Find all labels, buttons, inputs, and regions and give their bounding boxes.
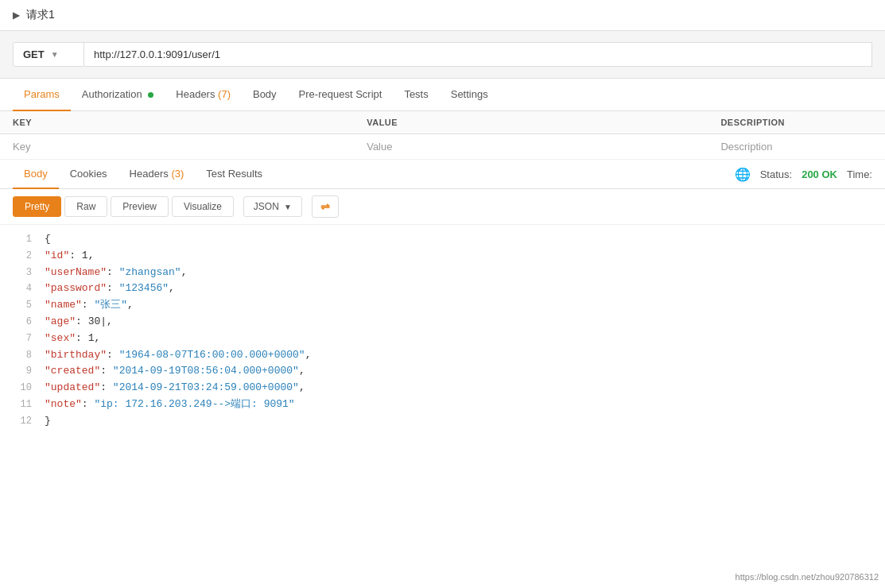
response-tab-body[interactable]: Body xyxy=(13,160,59,189)
line-number: 1 xyxy=(6,232,32,247)
format-visualize-btn[interactable]: Visualize xyxy=(172,196,234,217)
params-table: KEY VALUE DESCRIPTION Key Value Descript… xyxy=(0,111,885,160)
line-number: 4 xyxy=(6,281,32,296)
line-number: 6 xyxy=(6,315,32,330)
request-tabs-bar: Params Authorization Headers (7) Body Pr… xyxy=(0,79,885,111)
line-number: 11 xyxy=(6,397,32,412)
method-label: GET xyxy=(23,48,45,60)
wrap-lines-btn[interactable]: ⇌ xyxy=(312,195,339,218)
request-bar: GET ▼ xyxy=(0,31,885,79)
params-placeholder-row: Key Value Description xyxy=(0,134,885,160)
format-preview-btn[interactable]: Preview xyxy=(111,196,169,217)
code-area: 1{2"id": 1,3"userName": "zhangsan",4"pas… xyxy=(0,225,885,436)
line-content: } xyxy=(45,413,51,430)
top-bar: ▶ 请求1 xyxy=(0,0,885,31)
json-value: "2014-09-19T08:56:04.000+0000" xyxy=(113,365,299,377)
line-content: { xyxy=(45,231,51,248)
request-title: 请求1 xyxy=(26,8,55,22)
json-key: "updated" xyxy=(45,381,100,393)
line-number: 5 xyxy=(6,298,32,313)
line-number: 3 xyxy=(6,265,32,280)
json-key: "id" xyxy=(45,250,69,261)
line-number: 10 xyxy=(6,381,32,396)
globe-icon: 🌐 xyxy=(735,167,751,182)
code-line: 5"name": "张三", xyxy=(0,297,885,314)
json-key: "birthday" xyxy=(45,349,107,361)
expand-arrow-icon: ▶ xyxy=(13,10,20,21)
line-content: "note": "ip: 172.16.203.249-->端口: 9091" xyxy=(45,397,295,413)
json-key: "name" xyxy=(45,299,82,311)
code-line: 7"sex": 1, xyxy=(0,331,885,347)
authorization-active-dot xyxy=(148,92,153,98)
code-line: 8"birthday": "1964-08-07T16:00:00.000+00… xyxy=(0,347,885,364)
status-value: 200 OK xyxy=(802,168,837,180)
json-value: "2014-09-21T03:24:59.000+0000" xyxy=(113,381,299,393)
code-line: 4"password": "123456", xyxy=(0,280,885,297)
json-value: "1964-08-07T16:00:00.000+0000" xyxy=(119,349,305,361)
code-line: 6"age": 30|, xyxy=(0,314,885,331)
method-dropdown[interactable]: GET ▼ xyxy=(13,42,84,67)
col-header-key: KEY xyxy=(0,111,354,134)
json-key: "sex" xyxy=(45,332,76,344)
line-number: 2 xyxy=(6,249,32,264)
chevron-down-icon: ▼ xyxy=(51,50,59,59)
json-key: "created" xyxy=(45,365,100,377)
url-input[interactable] xyxy=(84,42,872,67)
response-tab-testresults[interactable]: Test Results xyxy=(195,160,274,189)
response-tab-headers[interactable]: Headers (3) xyxy=(118,160,196,189)
tab-prerequest[interactable]: Pre-request Script xyxy=(288,79,394,111)
json-key: "note" xyxy=(45,398,82,410)
json-value: "123456" xyxy=(119,282,169,294)
code-line: 10"updated": "2014-09-21T03:24:59.000+00… xyxy=(0,380,885,397)
params-value-placeholder[interactable]: Value xyxy=(354,134,708,160)
tab-tests[interactable]: Tests xyxy=(393,79,439,111)
json-value: "zhangsan" xyxy=(119,266,181,278)
line-number: 12 xyxy=(6,414,32,429)
response-section: Body Cookies Headers (3) Test Results 🌐 … xyxy=(0,160,885,436)
tab-headers[interactable]: Headers (7) xyxy=(165,79,242,111)
line-content: "created": "2014-09-19T08:56:04.000+0000… xyxy=(45,363,305,380)
code-line: 9"created": "2014-09-19T08:56:04.000+000… xyxy=(0,363,885,380)
code-line: 3"userName": "zhangsan", xyxy=(0,265,885,281)
tab-params[interactable]: Params xyxy=(13,79,71,111)
status-area: 🌐 Status: 200 OK Time: xyxy=(735,167,872,182)
time-label: Time: xyxy=(847,168,872,180)
json-key: "age" xyxy=(45,315,76,327)
col-header-description: DESCRIPTION xyxy=(708,111,885,134)
line-content: "id": 1, xyxy=(45,248,94,265)
format-pretty-btn[interactable]: Pretty xyxy=(13,196,61,217)
code-line: 2"id": 1, xyxy=(0,248,885,265)
tab-body[interactable]: Body xyxy=(242,79,288,111)
line-content: "updated": "2014-09-21T03:24:59.000+0000… xyxy=(45,380,305,397)
format-raw-btn[interactable]: Raw xyxy=(64,196,107,217)
tab-settings[interactable]: Settings xyxy=(440,79,499,111)
line-number: 8 xyxy=(6,348,32,363)
line-content: "userName": "zhangsan", xyxy=(45,265,187,281)
status-label: Status: xyxy=(760,168,792,180)
col-header-value: VALUE xyxy=(354,111,708,134)
json-value: 1 xyxy=(82,250,88,261)
type-chevron-icon: ▼ xyxy=(284,203,292,211)
type-select-label: JSON xyxy=(254,201,279,212)
code-line: 1{ xyxy=(0,231,885,248)
line-content: "name": "张三", xyxy=(45,297,134,314)
type-select-dropdown[interactable]: JSON ▼ xyxy=(243,196,302,217)
response-toolbar: Pretty Raw Preview Visualize JSON ▼ ⇌ xyxy=(0,189,885,225)
response-tabs-bar: Body Cookies Headers (3) Test Results 🌐 … xyxy=(0,160,885,189)
json-value: "张三" xyxy=(94,299,127,311)
line-content: "sex": 1, xyxy=(45,331,100,347)
response-tab-cookies[interactable]: Cookies xyxy=(59,160,118,189)
line-content: "birthday": "1964-08-07T16:00:00.000+000… xyxy=(45,347,311,364)
json-value: 30 xyxy=(88,315,101,327)
line-number: 9 xyxy=(6,364,32,379)
json-key: "userName" xyxy=(45,266,107,278)
line-content: "password": "123456", xyxy=(45,280,175,297)
tab-authorization[interactable]: Authorization xyxy=(71,79,165,111)
json-key: "password" xyxy=(45,282,107,294)
params-desc-placeholder[interactable]: Description xyxy=(708,134,885,160)
json-value: "ip: 172.16.203.249-->端口: 9091" xyxy=(94,398,294,410)
line-content: "age": 30|, xyxy=(45,314,113,331)
code-line: 11"note": "ip: 172.16.203.249-->端口: 9091… xyxy=(0,397,885,413)
params-key-placeholder[interactable]: Key xyxy=(0,134,354,160)
line-number: 7 xyxy=(6,331,32,346)
